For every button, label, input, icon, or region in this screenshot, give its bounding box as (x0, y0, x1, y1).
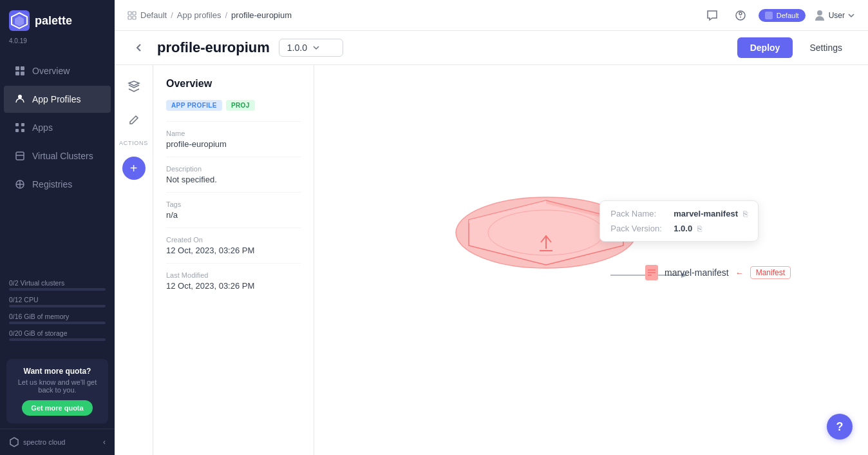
divider-5 (166, 263, 301, 264)
quota-bar-memory (9, 322, 106, 324)
quota-bar-cpu (9, 305, 106, 307)
sidebar-nav: Overview App Profiles Apps Virtual Clust… (0, 51, 115, 271)
pack-version-copy-icon[interactable]: ⎘ (697, 224, 702, 233)
breadcrumb-app-profiles[interactable]: App profiles (177, 10, 222, 20)
spectro-cloud-icon (9, 437, 19, 447)
overview-title: Overview (166, 78, 301, 90)
tooltip-pack-version-row: Pack Version: 1.0.0 ⎘ (610, 224, 748, 233)
svg-rect-9 (21, 123, 24, 126)
divider-3 (166, 192, 301, 193)
svg-rect-8 (15, 123, 19, 126)
edit-action-icon[interactable] (122, 109, 145, 132)
pack-name-copy-icon[interactable]: ⎘ (743, 209, 748, 218)
deploy-button[interactable]: Deploy (737, 37, 793, 58)
svg-rect-17 (133, 12, 136, 15)
manifest-name: marvel-manifest (665, 267, 729, 278)
quota-bar-virtual-clusters (9, 288, 106, 291)
version-badge: 4.0.19 (0, 36, 115, 51)
pack-version-value: 1.0.0 (674, 224, 692, 233)
help-circle-button[interactable] (730, 5, 751, 26)
sidebar-item-app-profiles-label: App Profiles (32, 94, 80, 104)
breadcrumb-default[interactable]: Default (140, 10, 167, 20)
sidebar-item-apps-label: Apps (32, 122, 53, 133)
sidebar-item-overview[interactable]: Overview (4, 57, 111, 84)
svg-rect-12 (16, 152, 24, 160)
layers-action-icon[interactable] (122, 75, 146, 99)
chat-button[interactable] (702, 5, 722, 26)
svg-marker-15 (10, 438, 18, 447)
breadcrumb-sep-1: / (171, 10, 173, 20)
overview-icon (14, 65, 26, 77)
tags-value: n/a (166, 210, 301, 220)
tags-label: Tags (166, 200, 301, 208)
manifest-label: Manifest (750, 266, 791, 279)
help-icon: ? (836, 420, 844, 434)
last-modified-value: 12 Oct, 2023, 03:26 PM (166, 281, 301, 291)
created-on-label: Created On (166, 236, 301, 244)
manifest-node[interactable]: marvel-manifest ← Manifest (645, 265, 791, 280)
virtual-clusters-icon (14, 150, 26, 162)
breadcrumb-icon (127, 11, 137, 20)
svg-rect-3 (15, 66, 19, 70)
sidebar-item-registries[interactable]: Registries (4, 171, 111, 198)
page-title: profile-europium (157, 39, 270, 56)
svg-rect-11 (21, 129, 24, 132)
divider-2 (166, 157, 301, 157)
sidebar-item-apps[interactable]: Apps (4, 114, 111, 141)
main-panel: Overview APP PROFILE PROJ Name profile-e… (153, 65, 868, 455)
help-button[interactable]: ? (827, 414, 853, 440)
field-last-modified: Last Modified 12 Oct, 2023, 03:26 PM (166, 271, 301, 291)
svg-rect-21 (765, 12, 773, 19)
topbar-right: Default User (702, 5, 855, 26)
field-tags: Tags n/a (166, 200, 301, 220)
sidebar-logo: palette (0, 0, 115, 36)
badge-row: APP PROFILE PROJ (166, 100, 301, 111)
actions-panel: ACTIONS + (115, 65, 153, 455)
get-more-quota-button[interactable]: Get more quota (22, 400, 92, 416)
add-layer-button[interactable]: + (122, 157, 146, 180)
settings-button[interactable]: Settings (799, 37, 853, 58)
user-avatar-icon (813, 9, 826, 22)
topbar: Default / App profiles / profile-europiu… (115, 0, 868, 31)
apps-icon (14, 122, 26, 133)
visual-panel: Pack Name: marvel-manifest ⎘ Pack Versio… (314, 65, 868, 455)
want-more-description: Let us know and we'll get back to you. (14, 378, 100, 394)
sidebar-item-virtual-clusters[interactable]: Virtual Clusters (4, 142, 111, 169)
svg-rect-10 (15, 129, 19, 132)
workspace-selector[interactable]: Default (759, 9, 806, 22)
main-content: Default / App profiles / profile-europiu… (115, 0, 868, 455)
collapse-sidebar-button[interactable]: ‹ (103, 438, 106, 447)
svg-rect-18 (128, 16, 131, 19)
workspace-name: Default (777, 12, 799, 19)
svg-rect-4 (21, 66, 24, 70)
svg-rect-6 (21, 72, 24, 75)
sidebar-item-registries-label: Registries (32, 179, 72, 189)
svg-rect-19 (133, 16, 136, 19)
want-more-title: Want more quota? (14, 367, 100, 376)
field-name: Name profile-europium (166, 130, 301, 149)
want-more-quota-card: Want more quota? Let us know and we'll g… (6, 359, 108, 423)
pack-tooltip: Pack Name: marvel-manifest ⎘ Pack Versio… (599, 200, 759, 242)
manifest-file-icon (645, 265, 658, 280)
content-area: ACTIONS + Overview APP PROFILE PROJ Name… (115, 65, 868, 455)
page-header-left: profile-europium 1.0.0 (130, 39, 343, 57)
workspace-icon (765, 12, 773, 19)
svg-rect-5 (15, 72, 19, 75)
user-menu[interactable]: User (813, 9, 855, 22)
actions-label: ACTIONS (119, 140, 148, 146)
description-label: Description (166, 165, 301, 173)
breadcrumb-current: profile-europium (231, 10, 292, 20)
back-button[interactable] (130, 39, 148, 57)
pack-name-value: marvel-manifest (674, 209, 738, 218)
badge-proj: PROJ (226, 100, 255, 111)
version-selector[interactable]: 1.0.0 (279, 39, 343, 57)
svg-point-7 (18, 95, 22, 99)
palette-logo-icon (9, 10, 30, 31)
info-panel: Overview APP PROFILE PROJ Name profile-e… (153, 65, 314, 455)
pack-name-label: Pack Name: (610, 209, 668, 218)
quota-storage: 0/20 GiB of storage (9, 329, 67, 337)
sidebar-item-app-profiles[interactable]: App Profiles (4, 86, 111, 113)
quota-cpu: 0/12 CPU (9, 296, 39, 304)
version-value: 1.0.0 (287, 43, 307, 53)
app-profiles-icon (14, 93, 26, 105)
